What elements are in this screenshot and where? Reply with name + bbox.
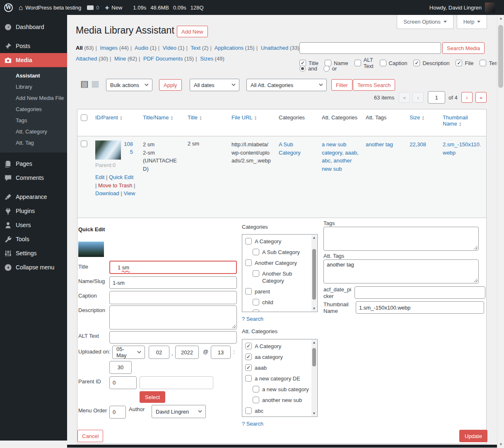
parent-id-input[interactable] bbox=[109, 376, 137, 389]
column-size[interactable]: Size bbox=[410, 114, 420, 121]
filter-all[interactable]: All bbox=[76, 45, 83, 51]
update-button[interactable]: Update bbox=[459, 430, 487, 442]
view-link[interactable]: View bbox=[123, 190, 135, 196]
row-att-tags[interactable]: another tag bbox=[362, 136, 406, 218]
filter-button[interactable]: Filter bbox=[331, 79, 352, 91]
site-menu[interactable]: ⌂ WordPress beta testing bbox=[19, 4, 81, 11]
sidebar-item-pages[interactable]: Pages bbox=[0, 157, 67, 171]
search-media-button[interactable]: Search Media bbox=[442, 42, 485, 54]
column-thumbnail-name[interactable]: Thumbnail Name bbox=[443, 114, 468, 127]
sidebar-item-appearance[interactable]: Appearance bbox=[0, 190, 67, 204]
category-checkbox[interactable] bbox=[253, 270, 259, 277]
sort-icon[interactable] bbox=[120, 116, 123, 121]
description-textarea[interactable] bbox=[109, 305, 237, 329]
bulk-actions-select[interactable]: Bulk actions bbox=[106, 79, 152, 91]
sort-icon[interactable] bbox=[254, 116, 257, 121]
wordpress-logo-icon[interactable]: W bbox=[4, 3, 13, 12]
search-input[interactable] bbox=[299, 42, 441, 54]
comments-indicator[interactable]: 0 bbox=[87, 5, 99, 11]
scroll-up-icon[interactable]: ▲ bbox=[497, 15, 504, 22]
terms-search-button[interactable]: Terms Search bbox=[353, 79, 395, 91]
att-category-checkbox[interactable] bbox=[253, 397, 259, 403]
row-checkbox[interactable] bbox=[81, 140, 87, 147]
caption-textarea[interactable] bbox=[109, 291, 237, 304]
download-link[interactable]: Download bbox=[95, 190, 119, 196]
sort-icon[interactable] bbox=[170, 116, 173, 121]
screen-options-button[interactable]: Screen Options bbox=[397, 15, 453, 29]
search-caption-checkbox[interactable] bbox=[380, 60, 386, 66]
column-id-parent[interactable]: ID/Parent bbox=[95, 114, 118, 121]
filter-sizes[interactable]: Sizes bbox=[200, 56, 213, 62]
sidebar-item-plugins[interactable]: Plugins bbox=[0, 204, 67, 218]
sidebar-item-tools[interactable]: Tools bbox=[0, 232, 67, 246]
tags-textarea[interactable] bbox=[323, 227, 479, 251]
month-select[interactable]: 05-May bbox=[112, 346, 145, 359]
author-select[interactable]: David Lingren bbox=[152, 405, 206, 418]
all-att-categories-select[interactable]: All Att. Categories bbox=[246, 79, 327, 91]
edit-link[interactable]: Edit bbox=[95, 174, 104, 180]
last-page-button[interactable]: » bbox=[475, 92, 487, 103]
add-new-button[interactable]: Add New bbox=[177, 26, 208, 37]
grid-view-icon[interactable]: ▦ bbox=[91, 79, 99, 88]
filter-mine[interactable]: Mine bbox=[114, 56, 126, 62]
submenu-item-tags[interactable]: Tags bbox=[0, 115, 67, 126]
and-radio[interactable] bbox=[299, 65, 306, 72]
quick-edit-link[interactable]: Quick Edit bbox=[109, 174, 133, 180]
sidebar-item-settings[interactable]: Settings bbox=[0, 246, 67, 260]
row-categories[interactable]: A Sub Category bbox=[275, 136, 318, 218]
media-thumbnail[interactable] bbox=[95, 140, 121, 160]
sidebar-item-collapse-menu[interactable]: Collapse menu bbox=[0, 260, 67, 274]
categories-scrollbar[interactable]: ▲▼ bbox=[311, 235, 317, 311]
column-file-url[interactable]: File URL bbox=[232, 114, 253, 121]
submenu-item-att-tag[interactable]: Att. Tag bbox=[0, 137, 67, 148]
category-checkbox[interactable] bbox=[245, 238, 252, 245]
category-checkbox[interactable] bbox=[253, 249, 259, 255]
filter-text[interactable]: Text bbox=[191, 45, 200, 51]
current-page-input[interactable] bbox=[428, 91, 445, 104]
search-terms-checkbox[interactable] bbox=[480, 60, 486, 66]
avatar[interactable] bbox=[485, 2, 495, 12]
att-tags-textarea[interactable]: another tag bbox=[323, 259, 479, 283]
submenu-item-categories[interactable]: Categories bbox=[0, 104, 67, 115]
hour-input[interactable] bbox=[211, 346, 231, 359]
category-checkbox[interactable] bbox=[245, 288, 252, 295]
category-checkbox[interactable] bbox=[253, 299, 259, 305]
move-to-trash-link[interactable]: Move to Trash bbox=[98, 182, 132, 189]
select-parent-button[interactable]: Select bbox=[140, 391, 165, 403]
filter-applications[interactable]: Applications bbox=[215, 45, 244, 51]
list-view-icon[interactable]: ▤ bbox=[80, 79, 89, 88]
filter-audio[interactable]: Audio bbox=[135, 45, 148, 51]
att-category-checkbox[interactable] bbox=[245, 354, 252, 360]
search-description-checkbox[interactable] bbox=[413, 60, 420, 66]
att-category-checkbox[interactable] bbox=[253, 386, 259, 392]
parent-search-input[interactable] bbox=[140, 376, 213, 389]
sidebar-item-media[interactable]: Media bbox=[0, 53, 67, 67]
filter-unattached[interactable]: Unattached bbox=[261, 45, 289, 51]
att-category-checkbox[interactable] bbox=[245, 407, 252, 414]
prev-page-button[interactable]: ‹ bbox=[412, 92, 424, 103]
submenu-item-att-category[interactable]: Att. Category bbox=[0, 126, 67, 137]
submenu-item-add-new-media-file[interactable]: Add New Media File bbox=[0, 92, 67, 104]
filter-images[interactable]: Images bbox=[100, 45, 118, 51]
howdy-user[interactable]: Howdy, David Lingren bbox=[429, 5, 482, 11]
next-page-button[interactable]: › bbox=[461, 92, 473, 103]
search-file-checkbox[interactable] bbox=[456, 60, 462, 66]
select-all-checkbox[interactable] bbox=[81, 114, 87, 121]
categories-search-link[interactable]: ? Search bbox=[242, 316, 263, 322]
scrollbar-thumb[interactable] bbox=[498, 25, 503, 88]
minute-input[interactable] bbox=[109, 361, 132, 374]
submenu-item-assistant[interactable]: Assistant bbox=[0, 70, 67, 81]
column-title-name[interactable]: Title/Name bbox=[143, 114, 169, 121]
att-category-checkbox[interactable] bbox=[245, 364, 252, 371]
name-slug-input[interactable] bbox=[109, 276, 237, 289]
att-category-checkbox[interactable] bbox=[245, 375, 252, 382]
sort-icon[interactable] bbox=[422, 116, 424, 121]
day-input[interactable] bbox=[149, 346, 169, 359]
att-category-checkbox[interactable] bbox=[245, 343, 252, 349]
alt-text-input[interactable] bbox=[109, 331, 237, 344]
submenu-item-library[interactable]: Library bbox=[0, 81, 67, 92]
sidebar-item-dashboard[interactable]: Dashboard bbox=[0, 20, 67, 34]
first-page-button[interactable]: « bbox=[399, 92, 410, 103]
att-categories-scrollbar[interactable]: ▲▼ bbox=[311, 340, 317, 416]
sidebar-item-posts[interactable]: Posts bbox=[0, 39, 67, 53]
